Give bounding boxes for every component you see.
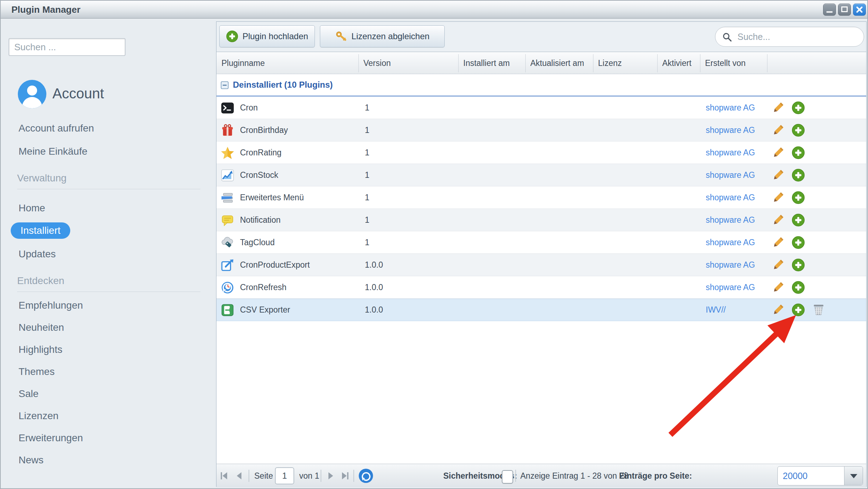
plugin-version: 1.0.0 [358,299,458,321]
close-button[interactable] [853,4,866,16]
edit-pencil-icon[interactable] [771,303,785,316]
sidebar-item-news[interactable]: News [19,454,44,466]
install-plus-icon[interactable] [792,191,805,204]
edit-pencil-icon[interactable] [771,124,785,137]
window-titlebar[interactable]: Plugin Manager [1,1,867,19]
plugin-version: 1 [358,231,458,254]
last-page-icon[interactable] [341,472,350,480]
creator-link[interactable]: shopware AG [700,283,755,292]
sidebar-item-sale[interactable]: Sale [19,388,39,400]
creator-link[interactable]: shopware AG [700,170,755,180]
install-plus-icon[interactable] [792,258,805,272]
table-row[interactable]: CronProductExport 1.0.0 shopware AG [216,254,866,276]
column-header-installiert-am[interactable]: Installiert am [458,52,525,74]
install-plus-icon[interactable] [792,124,805,137]
column-header-pluginname[interactable]: Pluginname [216,52,358,74]
plugin-version: 1 [358,97,458,119]
table-header: Pluginname Version Installiert am Aktual… [216,52,866,74]
edit-pencil-icon[interactable] [771,258,785,272]
collapse-icon[interactable] [221,81,229,89]
dropdown-arrow-icon[interactable] [844,467,863,485]
edit-pencil-icon[interactable] [771,213,785,227]
sidebar-item-installiert[interactable]: Installiert [11,222,70,239]
plugin-name: CronStock [240,170,278,180]
table-row[interactable]: TagCloud 1 shopware AG [216,231,866,254]
sidebar-item-neuheiten[interactable]: Neuheiten [19,322,64,333]
install-plus-icon[interactable] [792,146,805,159]
install-plus-icon[interactable] [792,236,805,249]
column-header-version[interactable]: Version [358,52,458,74]
plugin-icon [221,213,234,227]
divider [17,292,200,292]
edit-pencil-icon[interactable] [771,169,785,182]
sidebar-search-input[interactable] [9,38,126,56]
entries-per-page-select[interactable]: 20000 [777,466,863,485]
table-row[interactable]: CronRating 1 shopware AG [216,141,866,164]
table-row[interactable]: CSV Exporter 1.0.0 IWV// [216,299,866,321]
page-number-input[interactable] [275,467,294,484]
edit-pencil-icon[interactable] [771,281,785,294]
install-plus-icon[interactable] [792,281,805,294]
sidebar-item-home[interactable]: Home [19,202,45,214]
sidebar-item-meine-einkaeufe[interactable]: Meine Einkäufe [19,146,87,157]
sidebar-item-lizenzen[interactable]: Lizenzen [19,410,58,422]
creator-link[interactable]: shopware AG [700,103,755,112]
plugin-search-box [715,27,864,47]
sidebar-item-themes[interactable]: Themes [19,366,55,377]
creator-link[interactable]: shopware AG [700,238,755,247]
creator-link[interactable]: shopware AG [700,193,755,202]
key-icon [335,30,347,42]
edit-pencil-icon[interactable] [771,101,785,114]
upload-plugin-button[interactable]: Plugin hochladen [219,25,315,47]
page-of-label: von 1 [299,464,319,488]
table-row[interactable]: Erweitertes Menü 1 shopware AG [216,186,866,209]
first-page-icon[interactable] [219,472,229,480]
table-row[interactable]: CronRefresh 1.0.0 shopware AG [216,276,866,299]
previous-page-icon[interactable] [235,472,244,480]
creator-link[interactable]: shopware AG [700,125,755,135]
account-title: Account [52,86,104,102]
creator-link[interactable]: IWV// [700,305,726,314]
column-header-lizenz[interactable]: Lizenz [593,52,657,74]
column-header-aktiviert[interactable]: Aktiviert [657,52,700,74]
sidebar-item-empfehlungen[interactable]: Empfehlungen [19,300,83,311]
plugin-icon [221,169,234,182]
delete-trash-icon[interactable] [812,303,825,316]
sidebar-item-updates[interactable]: Updates [19,248,56,260]
edit-pencil-icon[interactable] [771,191,785,204]
sync-licenses-button[interactable]: Lizenzen abgleichen [320,25,445,47]
maximize-button[interactable] [838,4,851,16]
edit-pencil-icon[interactable] [771,146,785,159]
column-header-erstellt-von[interactable]: Erstellt von [700,52,767,74]
plugin-search-input[interactable] [737,28,858,46]
table-row[interactable]: CronBirthday 1 shopware AG [216,119,866,141]
plugin-version: 1 [358,141,458,164]
column-header-aktualisiert-am[interactable]: Aktualisiert am [525,52,593,74]
entries-per-page-label: Einträge pro Seite: [619,464,692,488]
window-title: Plugin Manager [11,1,81,19]
creator-link[interactable]: shopware AG [700,215,755,225]
refresh-icon[interactable] [358,468,373,483]
creator-link[interactable]: shopware AG [700,260,755,269]
sidebar-item-erweiterungen[interactable]: Erweiterungen [19,432,83,444]
sidebar-item-highlights[interactable]: Highlights [19,344,62,355]
install-plus-icon[interactable] [792,303,805,316]
install-plus-icon[interactable] [792,213,805,227]
divider [515,470,516,482]
plugin-version: 1.0.0 [358,276,458,299]
table-row[interactable]: Notification 1 shopware AG [216,209,866,231]
table-row[interactable]: Cron 1 shopware AG [216,97,866,119]
edit-pencil-icon[interactable] [771,236,785,249]
security-mode-checkbox[interactable] [502,470,513,484]
plugin-icon [221,101,234,115]
group-header-deinstalliert[interactable]: Deinstalliert (10 Plugins) [216,74,866,97]
install-plus-icon[interactable] [792,169,805,182]
table-row[interactable]: CronStock 1 shopware AG [216,164,866,186]
creator-link[interactable]: shopware AG [700,148,755,157]
sidebar-item-account-aufrufen[interactable]: Account aufrufen [19,123,94,134]
sidebar-section-verwaltung: Verwaltung [17,173,67,184]
next-page-icon[interactable] [326,472,335,480]
minimize-button[interactable] [823,4,836,16]
install-plus-icon[interactable] [792,101,805,114]
plugin-icon [221,124,234,137]
